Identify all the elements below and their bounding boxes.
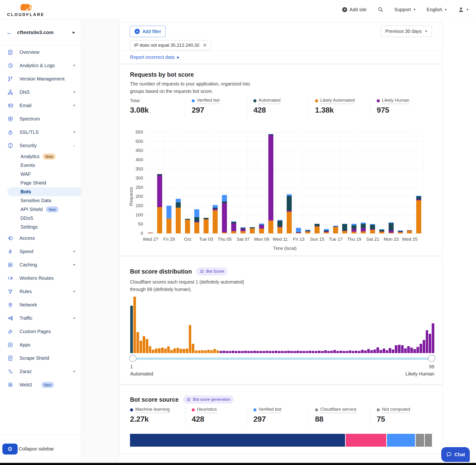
support-menu[interactable]: Support ▼ (394, 7, 416, 12)
stat-value: 428 (253, 106, 309, 115)
sidebar-subitem-events[interactable]: Events (0, 161, 81, 170)
sidebar-item-speed[interactable]: Speed▼ (0, 245, 81, 258)
hist-bar-score-33 (229, 351, 232, 353)
sidebar-item-security[interactable]: Security▲ (0, 139, 81, 152)
stat-label[interactable]: Cloudflare service (320, 407, 357, 413)
sidebar-item-spectrum[interactable]: Spectrum (0, 112, 81, 126)
hist-bar-score-1 (130, 306, 133, 353)
search-button[interactable] (378, 7, 383, 12)
stacked-bar (351, 224, 357, 233)
chat-button[interactable]: Chat (441, 447, 470, 462)
stacked-bar (416, 196, 421, 233)
slider-handle-min[interactable] (129, 355, 137, 362)
score-range-slider[interactable] (130, 355, 434, 363)
sidebar-subitem-sensitive-data[interactable]: Sensitive Data (0, 196, 81, 205)
stat-label[interactable]: Likely Automated (320, 98, 355, 104)
distribution-card-title: Bot score distribution (130, 268, 192, 275)
sidebar-item-scrape-shield[interactable]: Scrape Shield (0, 351, 81, 365)
site-header[interactable]: ← cftestsite3.com ▶ (0, 19, 81, 45)
sidebar-item-overview[interactable]: Overview (0, 45, 81, 59)
sidebar-item-label: DNS (20, 90, 30, 95)
sidebar-item-analytics-logs[interactable]: Analytics & Logs▼ (0, 59, 81, 72)
segment-likely-automated (389, 232, 394, 233)
account-menu[interactable]: ▼ (458, 6, 469, 13)
sidebar-subitem-ddos[interactable]: DDoS (0, 214, 81, 223)
sidebar-subitem-label: Bots (21, 189, 31, 195)
close-icon[interactable]: ✕ (203, 43, 207, 48)
add-site-button[interactable]: + Add site (342, 7, 367, 12)
sidebar-item-ssl-tls[interactable]: SSL/TLS▼ (0, 126, 81, 139)
user-icon (458, 6, 464, 13)
report-row: Report incorrect data ▶ (119, 51, 443, 63)
chevron-down-icon: ▼ (73, 290, 75, 293)
hist-bar-score-35 (235, 351, 237, 353)
sidebar-item-email[interactable]: Email▼ (0, 99, 81, 112)
language-menu[interactable]: English ▼ (427, 7, 447, 12)
stacked-bar (277, 220, 282, 233)
stat-label[interactable]: Verified bot (197, 98, 220, 104)
segment-likely-automated (407, 231, 412, 233)
stat-label[interactable]: Heuristics (197, 407, 217, 413)
sidebar-subitem-waf[interactable]: WAF (0, 170, 81, 179)
chevron-right-icon[interactable]: ▶ (73, 31, 75, 34)
bot-score-badge[interactable]: Bot Score (196, 267, 228, 275)
sidebar-subitem-settings[interactable]: Settings (0, 223, 81, 232)
sidebar-item-traffic[interactable]: Traffic▼ (0, 311, 81, 325)
hist-bar-score-10 (158, 348, 160, 353)
sidebar-subitem-api-shield[interactable]: API ShieldNew (0, 205, 81, 214)
sidebar-item-web3[interactable]: Web3New (0, 378, 81, 391)
segment-automated (315, 224, 319, 226)
top-nav: + Add site Support ▼ English ▼ ▼ (342, 6, 469, 13)
stat-label[interactable]: Verified bot (259, 407, 281, 413)
add-filter-button[interactable]: + Add filter (130, 26, 166, 37)
hist-bar-score-28 (213, 349, 216, 353)
hist-bar-score-87 (395, 345, 397, 353)
stacked-bar (315, 224, 319, 233)
sidebar-subitem-page-shield[interactable]: Page Shield (0, 179, 81, 187)
hist-bar-score-19 (186, 349, 188, 353)
sidebar-item-zaraz[interactable]: Zaraz▼ (0, 365, 81, 378)
stat-label[interactable]: Not computed (382, 407, 410, 413)
sidebar-item-caching[interactable]: Caching▼ (0, 258, 81, 271)
slider-handle-max[interactable] (428, 355, 435, 362)
hist-bar-score-81 (376, 347, 379, 353)
site-name: cftestsite3.com (17, 30, 73, 35)
x-tick-label: Oct (184, 237, 191, 242)
sidebar-item-label: Apps (20, 342, 31, 348)
hist-bar-score-84 (386, 350, 388, 353)
sidebar-item-version-management[interactable]: Version Management (0, 72, 81, 85)
stat-label[interactable]: Automated (259, 98, 281, 104)
sidebar-item-custom-pages[interactable]: Custom Pages (0, 325, 81, 338)
hist-bar-score-99 (432, 323, 434, 353)
collapse-sidebar-button[interactable]: Collapse sidebar (19, 446, 54, 452)
hist-bar-score-57 (303, 351, 305, 353)
settings-gear-button[interactable]: ⚙ (2, 444, 18, 454)
date-range-dropdown[interactable]: Previous 30 days ▼ (381, 26, 432, 37)
sidebar-item-label: Security (20, 143, 37, 148)
sidebar-item-network[interactable]: Network (0, 298, 81, 311)
sidebar-subitem-bots[interactable]: Bots (7, 187, 81, 196)
filter-chip[interactable]: IP does not equal 35.212.240.32 ✕ (130, 40, 211, 50)
slider-track[interactable] (130, 358, 434, 360)
sidebar-item-dns[interactable]: DNS▼ (0, 85, 81, 99)
bot-score-generation-badge[interactable]: Bot score generation (183, 395, 234, 403)
stacked-bar (333, 226, 338, 233)
stat-label[interactable]: Machine learning (135, 407, 170, 413)
back-arrow-icon[interactable]: ← (6, 29, 12, 35)
version-management-icon (7, 76, 13, 82)
sidebar-item-rules[interactable]: Rules▼ (0, 285, 81, 298)
sidebar-subitem-label: WAF (21, 171, 31, 177)
sidebar-item-workers-routes[interactable]: Workers Routes (0, 271, 81, 285)
filter-panel: + Add filter IP does not equal 35.212.24… (119, 22, 443, 63)
sidebar-item-apps[interactable]: Apps (0, 338, 81, 351)
x-tick-label: Sat 21 (366, 237, 379, 242)
sidebar-item-access[interactable]: Access (0, 232, 81, 245)
sidebar-subitem-analytics[interactable]: AnalyticsBeta (0, 152, 81, 161)
hist-bar-score-6 (146, 339, 148, 353)
bar-slot-tue-03 (201, 132, 211, 233)
report-incorrect-data-link[interactable]: Report incorrect data ▶ (130, 54, 180, 60)
sidebar-item-label: Caching (20, 262, 37, 268)
stat-label[interactable]: Likely Human (382, 98, 409, 104)
x-tick-label: Tue 03 (199, 237, 213, 242)
bar-slot-thu-12 (285, 132, 294, 233)
